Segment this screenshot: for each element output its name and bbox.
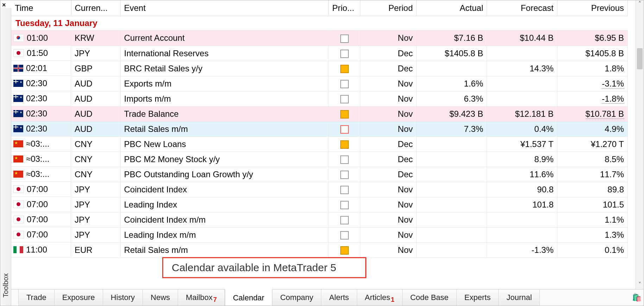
calendar-event-row[interactable]: 11:00EURRetail Sales m/mNov-1.3%0.1% (11, 242, 628, 257)
tab-label: Trade (26, 293, 46, 302)
event-time: 02:30 (26, 124, 47, 134)
calendar-event-row[interactable]: 02:01GBPBRC Retail Sales y/yDec14.3%1.8% (11, 61, 628, 76)
cell-time: ≈03:... (11, 136, 71, 152)
cell-event: Current Account (120, 31, 329, 46)
cell-forecast (487, 227, 557, 242)
event-time: 07:00 (27, 184, 48, 194)
jpy-flag-icon (13, 200, 24, 208)
calendar-event-row[interactable]: 02:30AUDExports m/mNov1.6%-3.1% (11, 76, 628, 91)
tab-journal[interactable]: Journal (499, 289, 540, 306)
priority-square-icon (340, 155, 349, 164)
scroll-up-arrow-icon[interactable]: ˄ (636, 0, 644, 9)
vertical-scrollbar[interactable]: ˄ ˅ (636, 0, 644, 289)
cell-time: ≈03:... (11, 167, 71, 182)
tab-calendar[interactable]: Calendar (225, 289, 272, 306)
tab-label: Exposure (62, 293, 95, 302)
toolbox-sidebar-label: Toolbox (2, 273, 10, 298)
cell-priority (329, 106, 360, 121)
toolbox-sidebar-tab[interactable]: Toolbox (0, 8, 11, 306)
calendar-event-row[interactable]: ≈03:...CNYPBC New LoansDec¥1.537 T¥1.270… (11, 136, 628, 152)
calendar-event-row[interactable]: ≈03:...CNYPBC Outstanding Loan Growth y/… (11, 167, 628, 182)
cell-forecast (487, 46, 557, 61)
col-currency[interactable]: Curren... (71, 0, 120, 16)
tab-label: Calendar (233, 293, 264, 302)
tab-exposure[interactable]: Exposure (55, 289, 103, 306)
calendar-event-row[interactable]: ≈03:...CNYPBC M2 Money Stock y/yDec8.9%8… (11, 152, 628, 167)
scroll-thumb[interactable] (637, 48, 643, 69)
cell-previous: 1.8% (557, 61, 628, 76)
cell-priority (329, 76, 360, 91)
cell-period: Dec (360, 152, 417, 167)
calendar-event-row[interactable]: 02:30AUDTrade BalanceNov$9.423 B$12.181 … (11, 106, 628, 121)
cell-event: Imports m/m (120, 91, 329, 106)
col-priority[interactable]: Prio... (329, 0, 360, 16)
col-event[interactable]: Event (120, 0, 329, 16)
scroll-down-arrow-icon[interactable]: ˅ (636, 281, 644, 289)
cell-priority (329, 61, 360, 76)
cell-actual (417, 61, 487, 76)
cell-period: Nov (360, 212, 417, 227)
tab-mailbox[interactable]: Mailbox7 (178, 289, 225, 306)
priority-square-icon (340, 171, 349, 179)
cell-period: Nov (360, 121, 417, 136)
cell-actual (417, 182, 487, 197)
cell-actual (417, 212, 487, 227)
market-bag-icon[interactable]: 🛍️ (630, 289, 644, 306)
col-forecast[interactable]: Forecast (487, 0, 557, 16)
aud-flag-icon (13, 125, 23, 132)
tab-label: Articles (365, 293, 390, 302)
cell-currency: AUD (71, 121, 120, 136)
cell-event: PBC M2 Money Stock y/y (120, 152, 329, 167)
col-actual[interactable]: Actual (417, 0, 487, 16)
close-icon[interactable]: × (2, 2, 6, 8)
cell-period: Dec (360, 46, 417, 61)
calendar-event-row[interactable]: 02:30AUDRetail Sales m/mNov7.3%0.4%4.9% (11, 121, 628, 136)
cell-time: 01:00 (11, 31, 71, 46)
aud-flag-icon (13, 95, 23, 102)
cell-event: PBC New Loans (120, 136, 329, 152)
cell-event: Exports m/m (120, 76, 329, 91)
cell-time: 02:30 (11, 121, 71, 136)
tab-experts[interactable]: Experts (457, 289, 499, 306)
cell-event: Leading Index m/m (120, 227, 329, 242)
cell-forecast (487, 76, 557, 91)
cell-priority (329, 152, 360, 167)
tab-label: Code Base (410, 293, 449, 302)
jpy-flag-icon (13, 216, 24, 223)
cell-currency: JPY (71, 227, 120, 242)
date-header-text: Tuesday, 11 January (11, 16, 628, 31)
jpy-flag-icon (13, 231, 24, 238)
calendar-event-row[interactable]: 07:00JPYLeading Index m/mNov1.3% (11, 227, 628, 242)
tab-badge: 7 (213, 296, 217, 304)
event-time: 02:30 (26, 78, 47, 88)
cell-currency: CNY (71, 167, 120, 182)
cell-previous: 101.5 (557, 197, 628, 212)
tab-code-base[interactable]: Code Base (403, 289, 457, 306)
col-period[interactable]: Period (360, 0, 417, 16)
calendar-table: Time Curren... Event Prio... Period Actu… (11, 0, 628, 258)
cell-event: International Reserves (120, 46, 329, 61)
aud-flag-icon (13, 80, 23, 87)
calendar-event-row[interactable]: 01:50JPYInternational ReservesDec$1405.8… (11, 46, 628, 61)
tab-history[interactable]: History (103, 289, 143, 306)
tab-badge: 1 (391, 296, 394, 304)
priority-square-icon (340, 216, 349, 224)
col-previous[interactable]: Previous (557, 0, 628, 16)
cell-time: 07:00 (11, 227, 71, 242)
calendar-event-row[interactable]: 02:30AUDImports m/mNov6.3%-1.8% (11, 91, 628, 106)
cell-priority (329, 167, 360, 182)
tab-articles[interactable]: Articles1 (357, 289, 403, 306)
col-time[interactable]: Time (11, 0, 71, 16)
calendar-event-row[interactable]: 07:00JPYCoincident IndexNov90.889.8 (11, 182, 628, 197)
cell-previous: 1.1% (557, 212, 628, 227)
tab-company[interactable]: Company (272, 289, 321, 306)
calendar-event-row[interactable]: 07:00JPYLeading IndexNov101.8101.5 (11, 197, 628, 212)
tab-news[interactable]: News (143, 289, 178, 306)
priority-square-icon (340, 186, 349, 194)
jpy-flag-icon (13, 185, 24, 193)
cell-forecast: -1.3% (487, 242, 557, 257)
tab-trade[interactable]: Trade (18, 289, 55, 306)
calendar-event-row[interactable]: 07:00JPYCoincident Index m/mNov1.1% (11, 212, 628, 227)
calendar-event-row[interactable]: 01:00KRWCurrent AccountNov$7.16 B$10.44 … (11, 31, 628, 46)
tab-alerts[interactable]: Alerts (321, 289, 357, 306)
